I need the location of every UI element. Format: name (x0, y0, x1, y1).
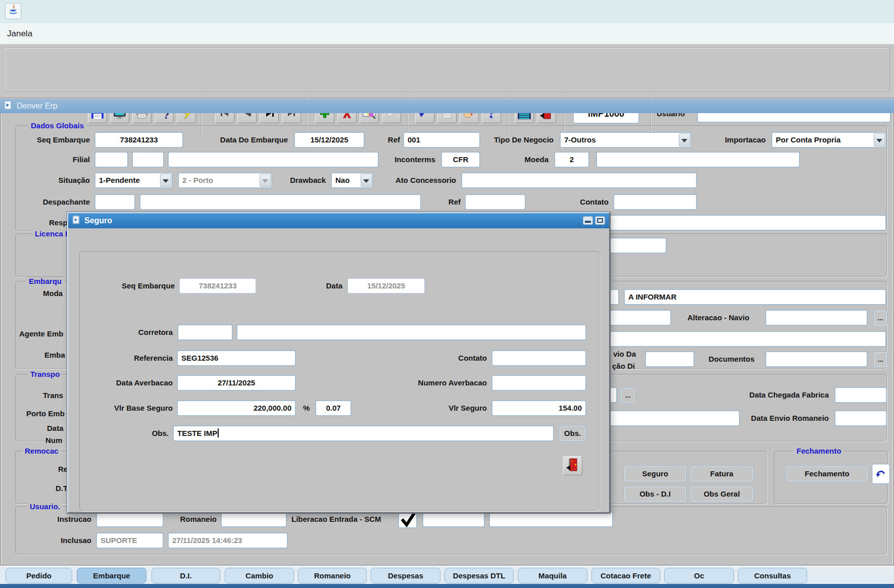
field-ato-concessorio[interactable] (461, 172, 697, 188)
field-despachante-desc[interactable] (139, 194, 421, 210)
alteracao-navio-more-button[interactable]: ... (873, 310, 887, 326)
field-obs[interactable]: TESTE IMP (173, 425, 554, 442)
field-corretora-code[interactable] (177, 324, 233, 340)
field-embarque-c[interactable] (581, 331, 886, 347)
label-envio-da: vio Da (613, 348, 636, 361)
field-data-averbacao[interactable]: 27/11/2025 (177, 375, 296, 391)
tab-cambio[interactable]: Cambio (225, 568, 294, 583)
tab-di[interactable]: D.I. (152, 568, 220, 583)
obs-di-button[interactable]: Obs - D.I (624, 486, 686, 502)
field-filial-2[interactable] (132, 152, 164, 168)
tab-cotacao-frete[interactable]: Cotacao Frete (591, 568, 660, 583)
group-title-usuarios: Usuario. (27, 502, 63, 511)
field-referencia[interactable]: SEG12536 (177, 350, 296, 366)
label-instrucao: Instrucao (43, 511, 91, 527)
field-moeda[interactable]: 2 (554, 152, 589, 168)
field-ref-2[interactable] (465, 194, 526, 210)
chevron-down-icon[interactable] (361, 174, 372, 187)
field-percent[interactable]: 0.07 (315, 400, 352, 416)
field-filial-desc[interactable] (168, 152, 379, 168)
field-ref[interactable]: 001 (403, 132, 480, 148)
field-romaneio[interactable] (221, 511, 287, 527)
field-liberacao-1[interactable] (422, 511, 485, 527)
app-title-bar[interactable]: Denver Erp (0, 99, 894, 113)
app-document-icon (4, 100, 13, 112)
field-documentos[interactable] (765, 351, 868, 367)
toolbar: ? ? Menu IMP1000 Usuario (0, 44, 894, 98)
label-numero-averbacao: Numero Averbacao (391, 375, 487, 391)
field-dlg-seq-embarque: 738241233 (179, 278, 257, 294)
seguro-dialog-title-bar[interactable]: Seguro (68, 213, 609, 228)
dialog-exit-button[interactable] (563, 456, 582, 475)
field-numero-averbacao[interactable] (491, 375, 586, 391)
label-data-chegada-fabrica: Data Chegada Fabrica (735, 387, 829, 403)
transporte-more-button[interactable]: ... (620, 387, 635, 404)
field-despachante[interactable] (94, 194, 135, 210)
field-liberacao-2[interactable] (489, 511, 613, 527)
field-envio-di[interactable] (645, 351, 694, 367)
java-app-button[interactable] (5, 3, 21, 19)
tab-consultas[interactable]: Consultas (738, 568, 807, 583)
field-alteracao-navio[interactable] (765, 310, 868, 326)
fatura-button[interactable]: Fatura (690, 466, 754, 482)
group-title-dados-globais: Dados Globais (28, 121, 86, 130)
obs-geral-button[interactable]: Obs Geral (690, 486, 754, 502)
label-percent: % (303, 400, 312, 416)
dropdown-importacao[interactable]: Por Conta Propria (771, 132, 886, 148)
field-corretora-desc[interactable] (236, 324, 586, 340)
app-title-text: Denver Erp (17, 102, 58, 111)
dropdown-situacao-2: 2 - Porto (178, 172, 272, 188)
chevron-down-icon[interactable] (679, 133, 690, 146)
dropdown-drawback[interactable]: Nao (331, 172, 373, 188)
documentos-more-button[interactable]: ... (873, 352, 887, 368)
maximize-icon (597, 218, 603, 223)
label-dlg-seq-embarque: Seq Embarque (98, 278, 175, 294)
field-dlg-contato[interactable] (491, 350, 586, 366)
field-data-envio-romaneio[interactable] (834, 410, 887, 426)
field-vlr-seguro[interactable]: 154.00 (491, 400, 586, 416)
obs-popup-button[interactable]: Obs. (559, 425, 586, 442)
label-transportadora: Trans (43, 389, 63, 402)
label-data-envio-romaneio: Data Envio Romaneio (738, 410, 829, 426)
label-tipo-de-negocio: Tipo De Negocio (478, 132, 554, 148)
window-top-bar (0, 0, 894, 23)
seguro-button[interactable]: Seguro (624, 466, 686, 482)
field-moeda-desc[interactable] (596, 152, 800, 168)
tab-embarque[interactable]: Embarque (77, 568, 146, 583)
fechamento-button[interactable]: Fechamento (786, 466, 868, 482)
field-dlg-data: 15/12/2025 (347, 278, 425, 294)
tab-pedido[interactable]: Pedido (6, 568, 72, 583)
tab-romaneio[interactable]: Romaneio (298, 568, 367, 583)
dialog-maximize-button[interactable] (595, 216, 605, 225)
menu-bar: Janela (0, 23, 894, 44)
exit-door-icon (565, 457, 580, 474)
field-navio-desc[interactable]: A INFORMAR (624, 289, 886, 305)
chevron-down-icon[interactable] (874, 133, 885, 146)
label-data-averbacao: Data Averbacao (93, 375, 173, 391)
label-embarque: Emba (44, 349, 65, 362)
field-inconterms[interactable]: CFR (441, 152, 480, 168)
tab-maquila[interactable]: Maquila (518, 568, 587, 583)
tab-despesas-dtl[interactable]: Despesas DTL (444, 568, 514, 583)
dropdown-situacao[interactable]: 1-Pendente (94, 172, 173, 188)
label-corretora: Corretora (124, 324, 173, 340)
dropdown-tipo-de-negocio[interactable]: 7-Outros (560, 132, 691, 148)
dialog-minimize-button[interactable] (583, 216, 593, 225)
tab-despesas[interactable]: Despesas (371, 568, 440, 583)
field-vlr-base-seguro[interactable]: 220,000.00 (177, 400, 296, 416)
label-cao-di: ção Di (612, 360, 635, 373)
field-filial-1[interactable] (94, 152, 128, 168)
fechamento-undo-button[interactable] (872, 464, 890, 484)
field-data-chegada-fabrica[interactable] (834, 387, 887, 403)
chevron-down-icon[interactable] (160, 174, 171, 187)
field-instrucao[interactable] (96, 511, 164, 527)
seguro-dialog-title: Seguro (84, 216, 112, 225)
field-data-do-embarque[interactable]: 15/12/2025 (294, 132, 365, 148)
menu-janela[interactable]: Janela (7, 23, 32, 44)
undo-icon (874, 473, 887, 481)
field-contato[interactable] (613, 194, 697, 210)
tab-oc[interactable]: Oc (664, 568, 734, 583)
field-seq-embarque[interactable]: 738241233 (94, 132, 183, 148)
label-num: Num (45, 434, 62, 447)
label-alteracao-navio: Alteracao - Navio (687, 310, 750, 326)
